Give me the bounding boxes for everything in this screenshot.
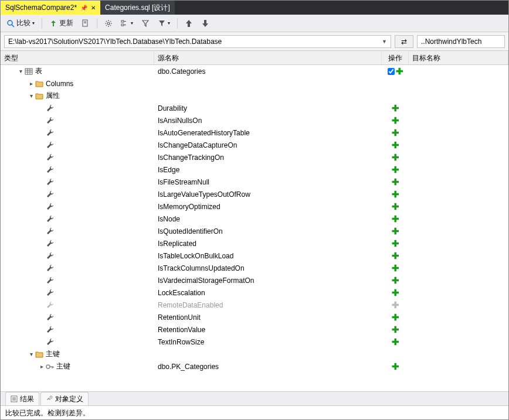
tree-row[interactable]: IsTableLockOnBulkLoad✚ xyxy=(1,250,508,262)
header-source[interactable]: 源名称 xyxy=(154,51,382,64)
tree-row[interactable]: ▾属性 xyxy=(1,90,508,102)
script-button[interactable] xyxy=(79,18,92,29)
wrench-icon xyxy=(45,116,55,125)
add-icon: ✚ xyxy=(392,141,399,149)
expander-icon[interactable]: ▾ xyxy=(28,93,35,99)
tab-label: Categories.sql [设计] xyxy=(105,3,170,13)
source-name: IsChangeDataCaptureOn xyxy=(154,141,382,149)
next-diff-button[interactable] xyxy=(199,18,212,29)
wrench-icon xyxy=(45,104,55,113)
object-def-tab[interactable]: 对象定义 xyxy=(40,392,89,406)
source-name: dbo.Categories xyxy=(154,67,382,76)
tree-row[interactable]: IsTrackColumnsUpdatedOn✚ xyxy=(1,262,508,274)
tree-row[interactable]: RetentionValue✚ xyxy=(1,323,508,336)
tree-row[interactable]: TextInRowSize✚ xyxy=(1,336,508,348)
svg-line-11 xyxy=(110,25,111,25)
source-path-dropdown[interactable]: E:\lab-vs2017\SolutionVS2017\YlbTech.Dat… xyxy=(4,35,391,48)
update-button[interactable]: 更新 xyxy=(47,17,76,29)
tree-row[interactable]: IsMemoryOptimized✚ xyxy=(1,200,508,213)
header-target[interactable]: 目标名称 xyxy=(409,51,508,64)
action-cell: ✚ xyxy=(382,214,409,223)
svg-line-10 xyxy=(106,21,107,21)
action-cell: ✚ xyxy=(382,313,409,322)
options-button[interactable] xyxy=(102,18,115,29)
add-icon: ✚ xyxy=(392,214,399,223)
add-icon: ✚ xyxy=(392,301,399,309)
tree-row[interactable]: ▸主键dbo.PK_Categories✚ xyxy=(1,360,508,373)
add-icon: ✚ xyxy=(392,116,399,125)
swap-button[interactable]: ⇄ xyxy=(395,35,413,48)
chevron-down-icon: ▼ xyxy=(382,39,387,45)
tab-categories-sql[interactable]: Categories.sql [设计] xyxy=(100,1,175,15)
tree-row[interactable]: IsVardecimalStorageFormatOn✚ xyxy=(1,274,508,286)
tree-row[interactable]: IsEdge✚ xyxy=(1,163,508,176)
header-type[interactable]: 类型 xyxy=(1,51,154,64)
wrench-icon xyxy=(45,251,55,261)
key-icon xyxy=(45,362,55,371)
tree-row[interactable]: ▾主键 xyxy=(1,348,508,360)
filter-button[interactable] xyxy=(139,18,152,29)
arrow-down-icon xyxy=(201,19,209,28)
filter-dropdown-button[interactable]: ▾ xyxy=(155,18,172,29)
action-cell: ✚ xyxy=(382,239,409,248)
results-label: 结果 xyxy=(20,394,34,404)
tree-row[interactable]: IsFileStreamNull✚ xyxy=(1,176,508,188)
action-cell: ✚ xyxy=(382,116,409,125)
table-icon xyxy=(24,67,33,76)
results-tab[interactable]: 结果 xyxy=(5,392,39,406)
prev-diff-button[interactable] xyxy=(182,18,195,29)
grid-body[interactable]: ▾表dbo.Categories✚▸Columns▾属性Durability✚I… xyxy=(1,65,508,391)
svg-point-0 xyxy=(8,21,12,25)
wrench-icon xyxy=(45,239,55,248)
tree-row[interactable]: IsLargeValueTypesOutOfRow✚ xyxy=(1,188,508,200)
add-icon: ✚ xyxy=(392,325,399,334)
action-cell: ✚ xyxy=(382,153,409,162)
tree-row[interactable]: RetentionUnit✚ xyxy=(1,311,508,323)
tree-row[interactable]: IsAutoGeneratedHistoryTable✚ xyxy=(1,127,508,139)
svg-point-23 xyxy=(46,365,50,368)
expander-icon[interactable]: ▸ xyxy=(38,363,45,370)
tree-row[interactable]: IsChangeTrackingOn✚ xyxy=(1,151,508,163)
wrench-icon xyxy=(45,190,55,199)
gear-icon xyxy=(104,19,113,28)
compare-label: 比较 xyxy=(16,18,30,28)
source-name: IsChangeTrackingOn xyxy=(154,153,382,162)
tree-row[interactable]: RemoteDataEnabled✚ xyxy=(1,299,508,311)
wrench-icon xyxy=(45,214,55,224)
arrow-up-icon xyxy=(185,19,193,28)
target-path-dropdown[interactable]: ..NorthwindYlbTech xyxy=(417,35,505,48)
close-icon[interactable]: ✕ xyxy=(91,5,96,11)
add-icon: ✚ xyxy=(392,165,399,174)
tree-row[interactable]: IsNode✚ xyxy=(1,213,508,225)
tree-row[interactable]: Durability✚ xyxy=(1,102,508,114)
action-cell: ✚ xyxy=(382,301,409,309)
tree-row[interactable]: IsAnsiNullsOn✚ xyxy=(1,114,508,127)
source-name: IsFileStreamNull xyxy=(154,178,382,186)
group-button[interactable]: ▾ xyxy=(118,18,135,29)
tree-row[interactable]: ▾表dbo.Categories✚ xyxy=(1,65,508,77)
add-icon: ✚ xyxy=(392,177,399,186)
svg-line-13 xyxy=(110,21,111,21)
tree-row[interactable]: LockEscalation✚ xyxy=(1,286,508,299)
source-name: TextInRowSize xyxy=(154,338,382,346)
compare-button[interactable]: 比较 ▾ xyxy=(4,17,37,29)
tree-row[interactable]: ▸Columns xyxy=(1,77,508,90)
script-icon xyxy=(82,19,90,28)
header-action[interactable]: 操作 xyxy=(382,51,409,64)
source-name: Durability xyxy=(154,104,382,112)
svg-rect-15 xyxy=(121,24,124,26)
expander-icon[interactable]: ▾ xyxy=(17,68,24,74)
tree-row[interactable]: IsChangeDataCaptureOn✚ xyxy=(1,139,508,151)
pin-icon[interactable]: 📌 xyxy=(80,5,87,11)
tab-schema-compare[interactable]: SqlSchemaCompare2* 📌 ✕ xyxy=(1,1,100,15)
expander-icon[interactable]: ▸ xyxy=(28,80,35,87)
action-cell: ✚ xyxy=(382,251,409,260)
tree-row[interactable]: IsReplicated✚ xyxy=(1,237,508,250)
include-checkbox[interactable] xyxy=(388,68,395,75)
source-name: IsQuotedIdentifierOn xyxy=(154,227,382,235)
tree-row[interactable]: IsQuotedIdentifierOn✚ xyxy=(1,225,508,237)
add-icon: ✚ xyxy=(396,67,403,76)
expander-icon[interactable]: ▾ xyxy=(28,351,35,357)
add-icon: ✚ xyxy=(392,190,399,199)
wrench-icon xyxy=(45,264,55,273)
